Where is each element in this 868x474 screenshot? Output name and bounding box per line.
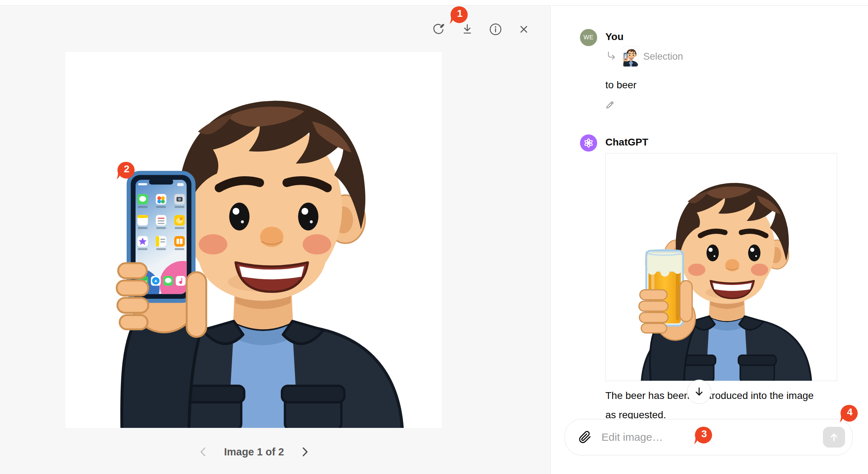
openai-logo-icon: [583, 138, 594, 148]
assistant-name: ChatGPT: [605, 136, 648, 148]
selection-thumbnail[interactable]: [623, 46, 638, 67]
pencil-icon: [605, 99, 616, 110]
top-border: [0, 5, 868, 6]
info-button[interactable]: [487, 21, 504, 38]
selection-attachment-row: Selection: [606, 46, 683, 67]
chatgpt-image-viewer: Image 1 of 2 WE You Selection to beer: [0, 0, 868, 474]
annotation-badge-1: 1: [449, 5, 468, 25]
arrow-down-icon: [693, 386, 705, 398]
chevron-left-icon: [198, 446, 209, 458]
reply-arrow-icon: [606, 51, 618, 62]
arrow-up-icon: [829, 432, 839, 443]
scroll-to-bottom-button[interactable]: [687, 380, 711, 404]
main-image-man-with-phone: [65, 52, 442, 428]
chevron-right-icon: [299, 446, 311, 458]
selection-thumbnail-image: [623, 46, 638, 66]
response-image-man-with-beer[interactable]: [605, 153, 837, 381]
man-with-beer-illustration: [608, 153, 835, 381]
next-image-button[interactable]: [298, 445, 311, 458]
user-message: to beer: [605, 78, 637, 92]
attach-button[interactable]: [577, 429, 593, 445]
annotation-badge-4: 4: [839, 404, 858, 423]
close-button[interactable]: [515, 21, 532, 38]
annotation-badge-2: 2: [116, 161, 135, 180]
select-tool-button[interactable]: [430, 21, 448, 38]
panel-divider: [550, 6, 551, 474]
select-icon: [432, 22, 446, 36]
edit-message-button[interactable]: [603, 97, 618, 112]
annotation-badge-3: 3: [693, 426, 712, 445]
close-icon: [517, 23, 531, 36]
chatgpt-avatar: [580, 134, 597, 152]
user-avatar: WE: [580, 29, 597, 46]
image-pagination: Image 1 of 2: [193, 441, 315, 463]
user-name: You: [605, 31, 624, 43]
man-with-phone-illustration: [65, 52, 442, 428]
user-avatar-initials: WE: [584, 34, 594, 41]
paperclip-icon: [579, 431, 591, 444]
image-counter-label: Image 1 of 2: [224, 446, 284, 458]
send-button[interactable]: [823, 427, 845, 448]
top-strip: [0, 0, 868, 5]
previous-image-button[interactable]: [197, 445, 210, 458]
info-icon: [489, 23, 502, 36]
selection-label: Selection: [643, 51, 683, 62]
